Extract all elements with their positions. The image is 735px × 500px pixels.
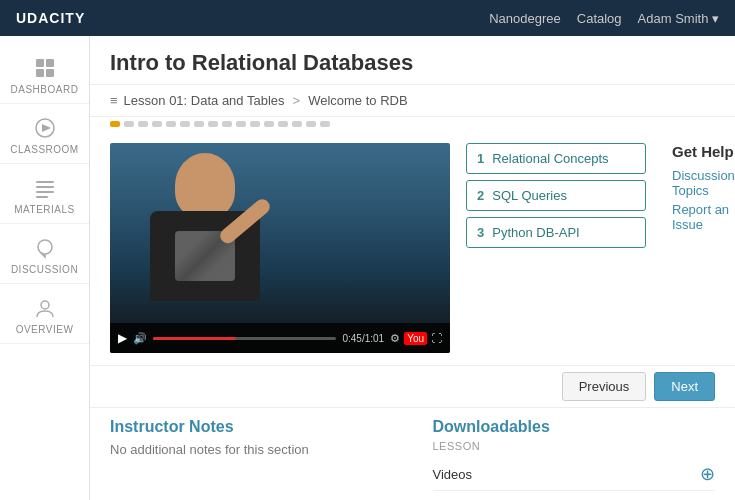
download-item-videos-label: Videos: [433, 467, 473, 482]
progress-dot-10[interactable]: [236, 121, 246, 127]
download-item-videos: Videos ⊕: [433, 458, 716, 491]
svg-rect-9: [36, 196, 48, 198]
bottom-section: Instructor Notes No additional notes for…: [90, 407, 735, 500]
sidebar: DASHBOARD CLASSROOM MATERIALS: [0, 36, 90, 500]
progress-dot-15[interactable]: [306, 121, 316, 127]
progress-dot-3[interactable]: [138, 121, 148, 127]
progress-dot-16[interactable]: [320, 121, 330, 127]
lesson-num-1: 1: [477, 151, 484, 166]
instructor-figure: [140, 153, 280, 323]
svg-rect-3: [46, 69, 54, 77]
dashboard-icon: [31, 54, 59, 82]
lesson-item-1[interactable]: 1 Relational Concepts: [466, 143, 646, 174]
video-progress-bar[interactable]: [153, 337, 336, 340]
sidebar-item-overview[interactable]: OVERVIEW: [0, 284, 89, 344]
progress-dots: [110, 121, 715, 127]
nav-nanodegree[interactable]: Nanodegree: [489, 11, 561, 26]
download-transcripts-icon[interactable]: ⊕: [700, 496, 715, 500]
downloadables-section: Downloadables LESSON Videos ⊕ Transcript…: [433, 418, 716, 500]
svg-rect-7: [36, 186, 54, 188]
lesson-item-2[interactable]: 2 SQL Queries: [466, 180, 646, 211]
video-wrapper: ▶ 🔊 0:45/1:01 ⚙ You ⛶: [110, 143, 450, 353]
lesson-title-3: Python DB-API: [492, 225, 579, 240]
brand-logo: UDACITY: [16, 10, 85, 26]
settings-icon[interactable]: ⚙: [390, 332, 400, 345]
video-section: ▶ 🔊 0:45/1:01 ⚙ You ⛶: [90, 131, 735, 365]
overview-icon: [31, 294, 59, 322]
volume-icon[interactable]: 🔊: [133, 332, 147, 345]
nav-links: Nanodegree Catalog Adam Smith ▾: [489, 11, 719, 26]
lesson-title-1: Relational Concepts: [492, 151, 608, 166]
next-button[interactable]: Next: [654, 372, 715, 401]
page-title: Intro to Relational Databases: [110, 50, 715, 76]
sidebar-item-dashboard[interactable]: DASHBOARD: [0, 44, 89, 104]
progress-dot-14[interactable]: [292, 121, 302, 127]
progress-dot-6[interactable]: [180, 121, 190, 127]
svg-marker-5: [42, 124, 51, 132]
lesson-item-3[interactable]: 3 Python DB-API: [466, 217, 646, 248]
progress-dot-5[interactable]: [166, 121, 176, 127]
progress-dot-8[interactable]: [208, 121, 218, 127]
progress-dot-2[interactable]: [124, 121, 134, 127]
svg-point-11: [41, 301, 49, 309]
video-extra-controls: ⚙ You ⛶: [390, 332, 442, 345]
video-progress-fill: [153, 337, 236, 340]
svg-rect-6: [36, 181, 54, 183]
get-help-title: Get Help: [672, 143, 735, 160]
progress-dot-7[interactable]: [194, 121, 204, 127]
progress-dot-1[interactable]: [110, 121, 120, 127]
progress-dot-4[interactable]: [152, 121, 162, 127]
progress-dot-11[interactable]: [250, 121, 260, 127]
svg-rect-1: [46, 59, 54, 67]
nav-user[interactable]: Adam Smith ▾: [638, 11, 719, 26]
lesson-num-3: 3: [477, 225, 484, 240]
lesson-title-2: SQL Queries: [492, 188, 567, 203]
breadcrumb-lesson[interactable]: Lesson 01: Data and Tables: [124, 93, 285, 108]
svg-rect-2: [36, 69, 44, 77]
breadcrumb-separator: >: [293, 93, 301, 108]
sidebar-item-materials[interactable]: MATERIALS: [0, 164, 89, 224]
downloadables-section-label: LESSON: [433, 440, 716, 452]
content-area: Intro to Relational Databases ≡ Lesson 0…: [90, 36, 735, 500]
download-item-transcripts: Transcripts ⊕: [433, 491, 716, 500]
svg-rect-0: [36, 59, 44, 67]
instructor-notes-title: Instructor Notes: [110, 418, 393, 436]
page-header: Intro to Relational Databases: [90, 36, 735, 85]
progress-dot-9[interactable]: [222, 121, 232, 127]
play-button[interactable]: ▶: [118, 331, 127, 345]
sidebar-label-materials: MATERIALS: [14, 204, 74, 215]
sidebar-label-overview: OVERVIEW: [16, 324, 74, 335]
report-issue-link[interactable]: Report an Issue: [672, 202, 735, 232]
fullscreen-icon[interactable]: ⛶: [431, 332, 442, 345]
progress-dot-13[interactable]: [278, 121, 288, 127]
downloadables-title: Downloadables: [433, 418, 716, 436]
list-icon: ≡: [110, 93, 118, 108]
materials-icon: [31, 174, 59, 202]
breadcrumb-current: Welcome to RDB: [308, 93, 407, 108]
top-nav: UDACITY Nanodegree Catalog Adam Smith ▾: [0, 0, 735, 36]
progress-dot-12[interactable]: [264, 121, 274, 127]
video-time: 0:45/1:01: [342, 333, 384, 344]
video-controls: ▶ 🔊 0:45/1:01 ⚙ You ⛶: [110, 323, 450, 353]
youtube-icon[interactable]: You: [404, 332, 427, 345]
person-head: [175, 153, 235, 218]
navigation-buttons: Previous Next: [90, 365, 735, 407]
lesson-list: 1 Relational Concepts 2 SQL Queries 3 Py…: [466, 143, 646, 353]
previous-button[interactable]: Previous: [562, 372, 647, 401]
discussion-topics-link[interactable]: Discussion Topics: [672, 168, 735, 198]
main-layout: DASHBOARD CLASSROOM MATERIALS: [0, 36, 735, 500]
classroom-icon: [31, 114, 59, 142]
sidebar-label-classroom: CLASSROOM: [10, 144, 78, 155]
sidebar-label-dashboard: DASHBOARD: [11, 84, 79, 95]
download-videos-icon[interactable]: ⊕: [700, 463, 715, 485]
video-player[interactable]: ▶ 🔊 0:45/1:01 ⚙ You ⛶: [110, 143, 450, 353]
sidebar-item-discussion[interactable]: DISCUSSION: [0, 224, 89, 284]
svg-point-10: [38, 240, 52, 254]
instructor-notes: Instructor Notes No additional notes for…: [110, 418, 393, 500]
nav-catalog[interactable]: Catalog: [577, 11, 622, 26]
discussion-icon: [31, 234, 59, 262]
sidebar-item-classroom[interactable]: CLASSROOM: [0, 104, 89, 164]
svg-rect-8: [36, 191, 54, 193]
breadcrumb: ≡ Lesson 01: Data and Tables > Welcome t…: [90, 85, 735, 117]
sidebar-label-discussion: DISCUSSION: [11, 264, 78, 275]
